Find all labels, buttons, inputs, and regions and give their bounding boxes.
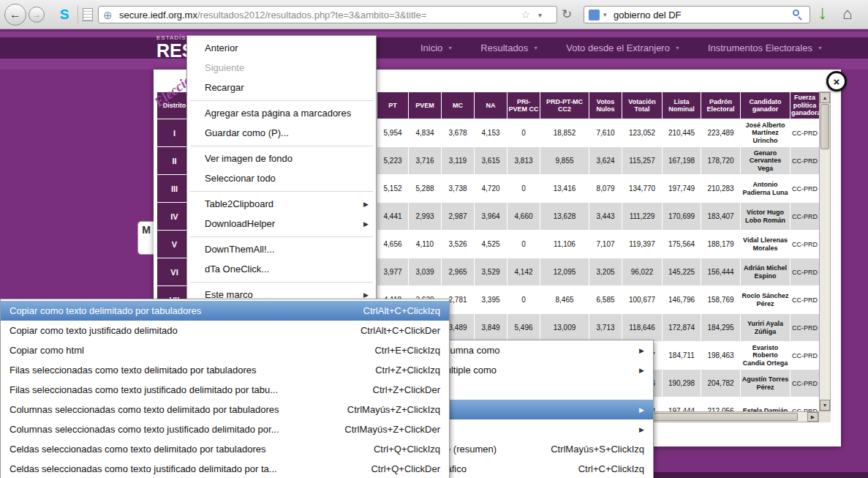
close-icon: ×	[834, 75, 840, 88]
table-cell: 7,107	[589, 231, 622, 258]
scroll-up-button[interactable]: ▲	[820, 92, 830, 103]
table-cell: 111,229	[622, 203, 663, 231]
submenu-item[interactable]: Columnas seleccionadas como texto delimi…	[1, 400, 449, 419]
nav-item[interactable]: Instrumentos Electorales▼	[708, 42, 823, 53]
table-cell: 2,987	[442, 203, 475, 231]
nav-item-label: Inicio	[420, 42, 442, 53]
search-input[interactable]	[614, 8, 782, 21]
table-cell: 115,257	[622, 147, 663, 175]
table-cell: Vidal Llerenas Morales	[741, 231, 790, 258]
search-icon[interactable]	[793, 10, 804, 20]
context-menu-item[interactable]: Ver imagen de fondo	[187, 149, 376, 168]
table-cell: CC-PRD	[790, 231, 820, 258]
table-cell: CC-PRD	[790, 314, 820, 342]
search-engine-icon[interactable]	[589, 10, 600, 20]
vertical-scrollbar[interactable]: ▲ ▼	[819, 92, 831, 411]
browser-toolbar: ← → S ⊕ secure.iedf.org.mx/resultados201…	[0, 0, 868, 29]
table-cell: 190,298	[663, 370, 701, 397]
submenu-item[interactable]: Celdas seleccionadas como texto justific…	[1, 459, 449, 478]
skype-icon[interactable]: S	[56, 6, 73, 23]
table-cell: 172,874	[663, 314, 701, 342]
column-header-prd_pt_mc_cc2: PRD-PT-MC CC2	[540, 92, 589, 119]
table-cell: 3,526	[442, 231, 475, 258]
menu-item-label: Table2Clipboard	[205, 198, 273, 209]
url-bar[interactable]: ⊕ secure.iedf.org.mx/resultados2012/resu…	[98, 6, 557, 23]
context-menu-item[interactable]: Recargar	[187, 78, 376, 97]
context-menu-item[interactable]: Siguiente	[187, 58, 376, 78]
submenu-item[interactable]: Filas seleccionadas como texto delimitad…	[1, 360, 449, 380]
vertical-scroll-thumb[interactable]	[820, 104, 829, 149]
close-button[interactable]: ×	[826, 71, 847, 92]
table-cell: CC-PRD	[790, 342, 820, 370]
submenu-item-shortcut: Ctrl+Q+ClickDer	[350, 463, 440, 474]
table-cell: 0	[507, 119, 540, 147]
nav-item[interactable]: Voto desde el Extranjero▼	[566, 42, 680, 53]
context-menu-item[interactable]: DownThemAll!...	[187, 239, 376, 259]
submenu-arrow-icon: ▶	[639, 367, 644, 374]
chevron-down-icon: ▼	[675, 45, 680, 51]
table-cell: 3,977	[377, 258, 409, 286]
submenu-item-shortcut: Ctrl+E+ClickIzq	[354, 345, 440, 356]
reload-icon[interactable]: ↻	[562, 7, 572, 22]
table-cell: 8,079	[589, 175, 622, 203]
context-menu-item[interactable]: Table2Clipboard▶	[187, 194, 376, 214]
submenu-item[interactable]: Copiar como htmlCtrl+E+ClickIzq	[1, 340, 449, 360]
forward-button[interactable]: →	[29, 7, 45, 23]
table-cell: Yuriri Ayala Zúñiga	[741, 314, 790, 342]
context-menu-item[interactable]: dTa OneClick...	[187, 259, 376, 279]
nav-item[interactable]: Inicio▼	[420, 42, 453, 53]
download-arrow-icon[interactable]: ↓	[818, 1, 828, 24]
scroll-down-button[interactable]: ▼	[820, 400, 830, 411]
table-cell: 5,223	[377, 147, 409, 175]
table-cell: 9,855	[540, 147, 589, 175]
context-menu-item[interactable]: DownloadHelper▶	[187, 214, 376, 234]
menu-item-label: dTa OneClick...	[205, 264, 269, 275]
table-cell: 13,009	[540, 314, 589, 342]
search-bar[interactable]: ▾	[584, 6, 810, 23]
context-menu-item[interactable]: Seleccionar todo	[187, 168, 376, 188]
submenu-item[interactable]: Celdas seleccionadas como texto delimita…	[1, 439, 449, 459]
scroll-right-button[interactable]: ▶	[807, 412, 818, 422]
table-cell: Agustín Torres Pérez	[741, 370, 790, 397]
column-header-mc: MC	[442, 92, 475, 119]
submenu-item[interactable]: Filas seleccionadas como texto justifica…	[1, 380, 449, 400]
chevron-down-icon: ▼	[448, 45, 453, 51]
menu-separator	[187, 279, 376, 285]
table-cell: 198,463	[701, 342, 741, 370]
table-cell: Estela Damián	[741, 397, 790, 412]
nav-item[interactable]: Resultados▼	[480, 42, 538, 53]
screen: { "browser": { "url_host": "secure.iedf.…	[0, 0, 868, 478]
table-cell: 13,416	[540, 175, 589, 203]
home-icon[interactable]: ⌂	[842, 4, 852, 23]
table-cell: 210,283	[701, 175, 741, 203]
table-cell: 3,395	[475, 286, 507, 314]
submenu-item[interactable]: Copiar como texto justificado delimitado…	[1, 321, 449, 340]
table-cell: 3,713	[589, 314, 622, 342]
table-cell: 3,039	[409, 258, 442, 286]
submenu-item-shortcut: Ctrl+C+ClickIzq	[558, 463, 644, 474]
context-menu-item[interactable]: Guardar como (P)...	[187, 123, 376, 143]
table-cell: 204,782	[701, 370, 741, 397]
table-cell: 3,716	[409, 147, 442, 175]
submenu-arrow-icon: ▶	[363, 220, 369, 228]
bookmark-star-icon[interactable]: ☆	[521, 9, 530, 20]
table-cell: 183,407	[701, 203, 741, 231]
submenu-item[interactable]: Copiar como texto delimitado por tabulad…	[1, 301, 449, 321]
column-header-pri_pvem_cc: PRI-PVEM CC	[507, 92, 540, 119]
table-cell: CC-PRD	[790, 175, 820, 203]
submenu-item-label: Celdas seleccionadas como texto delimita…	[10, 444, 265, 455]
search-engine-dropdown-icon[interactable]: ▾	[603, 11, 607, 18]
url-text[interactable]: secure.iedf.org.mx/resultados2012/result…	[119, 10, 426, 20]
submenu-item[interactable]: Columnas seleccionadas como texto justif…	[1, 419, 449, 439]
url-dropdown-icon[interactable]: ▾	[538, 11, 542, 19]
submenu-item-label: Copiar como texto delimitado por tabulad…	[10, 305, 201, 316]
submenu-item-shortcut: CtrlMayús+Z+ClickDer	[324, 424, 440, 435]
context-menu-item[interactable]: Agregar esta página a marcadores	[187, 103, 376, 123]
table-cell: 0	[507, 231, 540, 258]
menu-separator	[187, 97, 376, 103]
table-cell: CC-PRD	[790, 203, 820, 231]
back-button[interactable]: ←	[4, 4, 26, 26]
context-menu-item[interactable]: Anterior	[187, 38, 376, 58]
column-header-lista_nominal: Lista Nominal	[663, 92, 701, 119]
table-cell: 4,142	[507, 258, 540, 286]
